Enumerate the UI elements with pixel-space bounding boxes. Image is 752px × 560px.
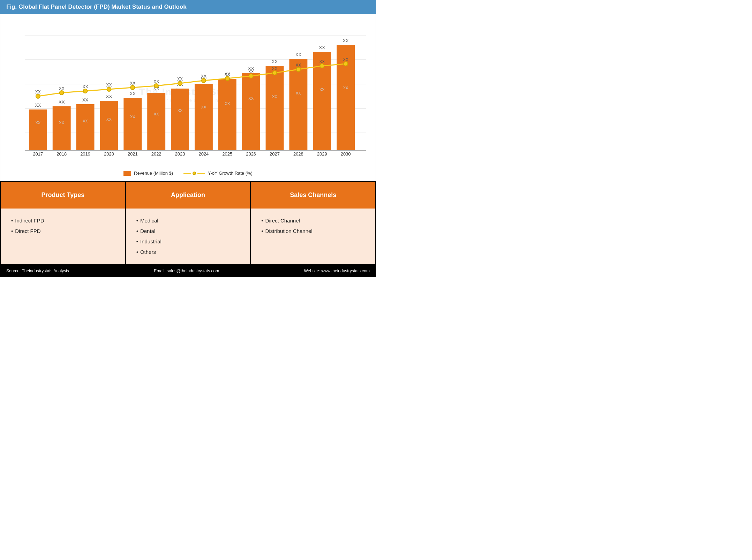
- list-item: Industrial: [136, 236, 240, 247]
- svg-text:XX: XX: [130, 115, 135, 119]
- product-types-title: Product Types: [41, 191, 84, 198]
- svg-text:2028: 2028: [293, 151, 303, 157]
- footer-email: Email: sales@theindustrystats.com: [154, 268, 219, 273]
- sales-channels-body: Direct Channel Distribution Channel: [251, 209, 375, 264]
- svg-text:2018: 2018: [57, 151, 67, 157]
- svg-text:XX: XX: [343, 38, 349, 43]
- svg-text:XX: XX: [59, 86, 65, 91]
- footer-source: Source: Theindustrystats Analysis: [6, 268, 69, 273]
- svg-point-63: [60, 91, 64, 95]
- svg-text:XX: XX: [35, 103, 41, 108]
- svg-point-74: [320, 64, 324, 68]
- svg-text:XX: XX: [201, 74, 206, 79]
- svg-text:XX: XX: [272, 94, 277, 99]
- list-item: Medical: [136, 215, 240, 226]
- legend-line-segment: [183, 173, 191, 174]
- svg-point-65: [107, 87, 111, 91]
- legend-line-segment2: [197, 173, 205, 174]
- svg-text:XX: XX: [154, 112, 159, 116]
- svg-text:XX: XX: [319, 88, 325, 92]
- svg-rect-50: [289, 59, 307, 150]
- product-types-box: Product Types Indirect FPD Direct FPD: [1, 182, 125, 264]
- svg-text:XX: XX: [130, 91, 136, 96]
- legend-line-dot: [193, 172, 196, 175]
- sales-channels-box: Sales Channels Direct Channel Distributi…: [251, 182, 375, 264]
- sales-channels-title: Sales Channels: [290, 191, 336, 198]
- svg-text:XX: XX: [153, 79, 159, 84]
- svg-text:XX: XX: [35, 90, 41, 94]
- svg-rect-10: [53, 106, 71, 150]
- product-types-body: Indirect FPD Direct FPD: [1, 209, 125, 264]
- list-item: Others: [136, 247, 240, 257]
- svg-text:XX: XX: [36, 121, 41, 125]
- svg-rect-38: [218, 79, 236, 150]
- svg-text:XX: XX: [82, 97, 89, 103]
- product-types-header: Product Types: [1, 182, 125, 209]
- application-box: Application Medical Dental Industrial Ot…: [126, 182, 250, 264]
- legend-bar: Revenue (Million $): [123, 171, 173, 176]
- chart-wrapper: The Industry Stats market research XX 20…: [7, 21, 369, 168]
- svg-rect-6: [29, 109, 47, 150]
- svg-text:XX: XX: [319, 45, 325, 50]
- legend-line: Y-oY Growth Rate (%): [183, 171, 253, 176]
- application-list: Medical Dental Industrial Others: [136, 215, 240, 257]
- svg-text:2029: 2029: [317, 151, 327, 157]
- sales-channels-header: Sales Channels: [251, 182, 375, 209]
- footer-website: Website: www.theindustrystats.com: [304, 268, 370, 273]
- svg-text:XX: XX: [106, 83, 112, 88]
- svg-point-72: [273, 71, 277, 75]
- svg-text:2024: 2024: [198, 151, 209, 157]
- svg-text:XX: XX: [295, 63, 301, 68]
- application-title: Application: [171, 191, 205, 198]
- svg-text:XX: XX: [225, 72, 230, 77]
- svg-text:2022: 2022: [151, 151, 161, 157]
- svg-point-68: [178, 81, 182, 85]
- svg-text:XX: XX: [296, 91, 301, 95]
- svg-text:XX: XX: [178, 108, 183, 113]
- svg-text:2020: 2020: [104, 151, 114, 157]
- svg-text:XX: XX: [106, 94, 112, 99]
- product-types-list: Indirect FPD Direct FPD: [11, 215, 115, 236]
- legend-line-visual: [183, 172, 205, 175]
- svg-text:2027: 2027: [270, 151, 280, 157]
- svg-rect-30: [171, 89, 189, 150]
- svg-text:XX: XX: [319, 59, 325, 64]
- chart-header: Fig. Global Flat Panel Detector (FPD) Ma…: [0, 0, 376, 14]
- svg-text:XX: XX: [201, 105, 206, 109]
- list-item: Direct Channel: [261, 215, 365, 226]
- legend-line-label: Y-oY Growth Rate (%): [208, 171, 253, 176]
- chart-title: Fig. Global Flat Panel Detector (FPD) Ma…: [6, 3, 187, 10]
- svg-point-67: [154, 84, 158, 88]
- svg-rect-42: [242, 73, 260, 150]
- svg-text:XX: XX: [59, 121, 64, 125]
- svg-point-64: [83, 89, 88, 93]
- svg-text:XX: XX: [343, 57, 348, 62]
- svg-point-70: [225, 76, 230, 81]
- svg-text:2021: 2021: [128, 151, 138, 157]
- svg-text:2030: 2030: [341, 151, 351, 157]
- svg-text:XX: XX: [225, 101, 230, 106]
- svg-text:XX: XX: [130, 81, 135, 86]
- chart-container: The Industry Stats market research XX 20…: [0, 14, 376, 181]
- svg-text:XX: XX: [295, 52, 302, 57]
- svg-text:XX: XX: [106, 117, 112, 121]
- list-item: Distribution Channel: [261, 226, 365, 236]
- svg-text:XX: XX: [272, 59, 278, 64]
- svg-point-73: [296, 67, 300, 71]
- svg-rect-22: [123, 98, 142, 150]
- svg-text:XX: XX: [248, 96, 254, 100]
- bottom-section: Product Types Indirect FPD Direct FPD Ap…: [0, 181, 376, 265]
- list-item: Dental: [136, 226, 240, 236]
- svg-text:XX: XX: [248, 69, 254, 74]
- legend-bar-color: [123, 171, 131, 176]
- application-header: Application: [126, 182, 250, 209]
- svg-text:XX: XX: [83, 119, 88, 123]
- list-item: Direct FPD: [11, 226, 115, 236]
- chart-legend: Revenue (Million $) Y-oY Growth Rate (%): [7, 168, 369, 177]
- svg-text:XX: XX: [59, 99, 65, 105]
- legend-bar-label: Revenue (Million $): [134, 171, 173, 176]
- chart-svg: XX 2017 XX XX 2018 XX XX 2019 XX XX 2020…: [7, 21, 369, 168]
- svg-rect-34: [195, 84, 213, 150]
- application-body: Medical Dental Industrial Others: [126, 209, 250, 264]
- svg-rect-26: [147, 93, 165, 150]
